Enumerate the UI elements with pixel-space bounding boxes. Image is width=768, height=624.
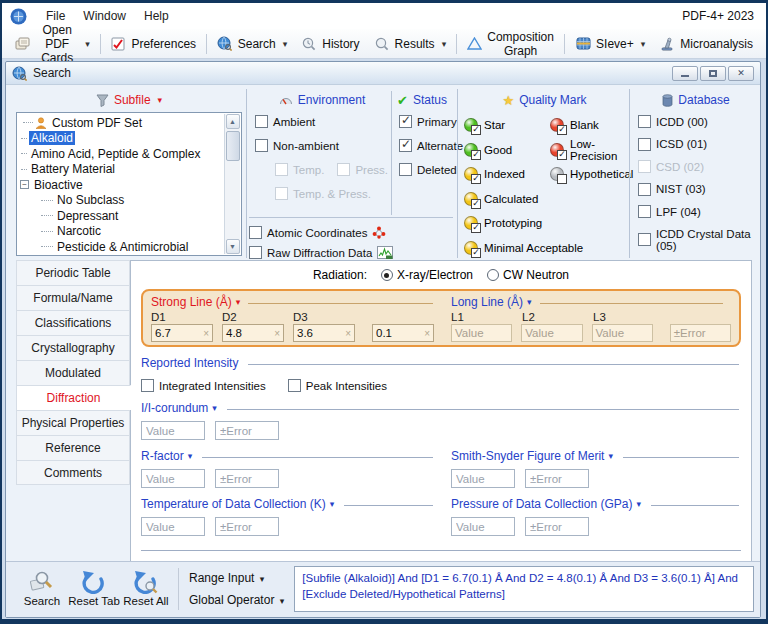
smith-snyder-header[interactable]: Smith-Snyder Figure of Merit ▾	[451, 449, 741, 463]
smith-snyder-error-input[interactable]	[525, 469, 589, 488]
tree-item-custom-pdf-set[interactable]: Custom PDF Set	[19, 115, 223, 131]
tree-item-no-subclass[interactable]: No Subclass	[19, 193, 223, 209]
reset-all-button[interactable]: Reset All	[120, 570, 172, 607]
clear-icon[interactable]: ×	[203, 328, 209, 339]
icdd-crystal-data-checkbox-row[interactable]: ICDD Crystal Data (05)	[638, 228, 756, 252]
quality-low-precision-row[interactable]: Low-Precision	[550, 138, 633, 163]
tab-crystallography[interactable]: Crystallography	[16, 335, 130, 360]
ambient-checkbox[interactable]	[255, 115, 268, 128]
tree-item-amino-acid[interactable]: Amino Acid, Peptide & Complex	[19, 146, 223, 162]
scroll-down-icon[interactable]: ▼	[226, 239, 240, 254]
temperature-header[interactable]: Temperature of Data Collection (K) ▾	[141, 497, 447, 511]
icsd-checkbox-row[interactable]: ICSD (01)	[638, 138, 756, 151]
i-i-corundum-value-input[interactable]	[141, 421, 205, 440]
alternate-checkbox[interactable]	[399, 139, 412, 152]
tree-scrollbar[interactable]: ▲ ▼	[224, 114, 240, 254]
global-operator-dropdown[interactable]: Global Operator ▾	[189, 593, 284, 607]
radio-xray-electron[interactable]: X-ray/Electron	[381, 268, 473, 282]
tab-formula-name[interactable]: Formula/Name	[16, 285, 130, 310]
composition-graph-button[interactable]: Composition Graph	[460, 26, 562, 62]
r-factor-header[interactable]: R-factor ▾	[141, 449, 447, 463]
range-input-dropdown[interactable]: Range Input ▾	[189, 571, 284, 585]
d1-input[interactable]: 6.7×	[151, 324, 213, 342]
non-ambient-checkbox-row[interactable]: Non-ambient	[255, 139, 391, 152]
deleted-checkbox-row[interactable]: Deleted	[399, 163, 457, 176]
integrated-intensities-checkbox[interactable]	[141, 379, 154, 392]
menu-help[interactable]: Help	[137, 6, 176, 26]
peak-intensities-checkbox[interactable]	[288, 379, 301, 392]
radio-cw-neutron[interactable]: CW Neutron	[487, 268, 569, 282]
clear-icon[interactable]: ×	[274, 328, 280, 339]
scrollbar-thumb[interactable]	[226, 131, 240, 161]
search-window-titlebar[interactable]: Search ✕	[6, 62, 760, 85]
strong-line-error-input[interactable]: 0.1×	[372, 324, 434, 342]
ambient-checkbox-row[interactable]: Ambient	[255, 115, 391, 128]
subfile-header[interactable]: Subfile ▾	[16, 91, 242, 109]
l3-input[interactable]: Value	[592, 324, 653, 342]
atomic-coordinates-row[interactable]: Atomic Coordinates	[249, 226, 457, 239]
atomic-coordinates-checkbox[interactable]	[249, 226, 262, 239]
icdd-checkbox[interactable]	[638, 115, 651, 128]
tab-physical-properties[interactable]: Physical Properties	[16, 410, 130, 435]
primary-checkbox-row[interactable]: Primary	[399, 115, 457, 128]
d2-input[interactable]: 4.8×	[222, 324, 284, 342]
integrated-intensities-row[interactable]: Integrated Intensities	[141, 379, 266, 392]
pressure-value-input[interactable]	[451, 517, 515, 536]
tree-item-battery-material[interactable]: Battery Material	[19, 162, 223, 178]
long-line-header[interactable]: Long Line (Å) ▾	[451, 295, 731, 309]
quality-blank-row[interactable]: Blank	[550, 113, 633, 138]
tab-reference[interactable]: Reference	[16, 435, 130, 460]
r-factor-value-input[interactable]	[141, 469, 205, 488]
quality-calculated-row[interactable]: Calculated	[464, 187, 633, 212]
maximize-button[interactable]	[700, 66, 726, 81]
temperature-error-input[interactable]	[215, 517, 279, 536]
l1-input[interactable]: Value	[451, 324, 512, 342]
pressure-header[interactable]: Pressure of Data Collection (GPa) ▾	[451, 497, 741, 511]
icsd-checkbox[interactable]	[638, 138, 651, 151]
icdd-crystal-data-checkbox[interactable]	[638, 233, 651, 246]
tab-diffraction[interactable]: Diffraction	[16, 385, 131, 410]
tree-item-narcotic[interactable]: Narcotic	[19, 224, 223, 240]
temperature-value-input[interactable]	[141, 517, 205, 536]
peak-intensities-row[interactable]: Peak Intensities	[288, 379, 387, 392]
long-line-error-input[interactable]: ±Error	[670, 324, 731, 342]
tab-classifications[interactable]: Classifications	[16, 310, 130, 335]
primary-checkbox[interactable]	[399, 115, 412, 128]
microanalysis-button[interactable]: Microanalysis	[652, 32, 760, 56]
icdd-checkbox-row[interactable]: ICDD (00)	[638, 115, 756, 128]
alternate-checkbox-row[interactable]: Alternate	[399, 139, 457, 152]
tab-periodic-table[interactable]: Periodic Table	[16, 260, 130, 285]
raw-diffraction-row[interactable]: Raw Diffraction Data	[249, 246, 457, 259]
search-button[interactable]: Search ▾	[210, 32, 295, 56]
clear-icon[interactable]: ×	[345, 328, 351, 339]
tree-item-depressant[interactable]: Depressant	[19, 208, 223, 224]
clear-icon[interactable]: ×	[424, 328, 430, 339]
quality-indexed-row[interactable]: Indexed	[464, 162, 550, 187]
tab-comments[interactable]: Comments	[16, 460, 130, 485]
r-factor-error-input[interactable]	[215, 469, 279, 488]
nist-checkbox[interactable]	[638, 183, 651, 196]
sieve-button[interactable]: SIeve+ ▾	[568, 32, 652, 56]
quality-good-row[interactable]: Good	[464, 138, 550, 163]
lpf-checkbox[interactable]	[638, 205, 651, 218]
nist-checkbox-row[interactable]: NIST (03)	[638, 183, 756, 196]
query-preview-box[interactable]: [Subfile (Alkaloid)] And [D1 = 6.7(0.1) …	[294, 566, 754, 612]
quality-hypothetical-row[interactable]: Hypothetical	[550, 162, 633, 187]
non-ambient-checkbox[interactable]	[255, 139, 268, 152]
minimize-button[interactable]	[672, 66, 698, 81]
smith-snyder-value-input[interactable]	[451, 469, 515, 488]
tree-collapse-icon[interactable]: −	[20, 180, 29, 189]
tree-item-bioactive[interactable]: − Bioactive	[19, 177, 223, 193]
tab-modulated[interactable]: Modulated	[16, 360, 130, 385]
l2-input[interactable]: Value	[521, 324, 582, 342]
tree-item-alkaloid[interactable]: Alkaloid	[19, 131, 223, 147]
search-action-button[interactable]: Search	[16, 570, 68, 607]
close-button[interactable]: ✕	[728, 66, 754, 81]
preferences-button[interactable]: Preferences	[103, 32, 203, 56]
reset-tab-button[interactable]: Reset Tab	[68, 570, 120, 607]
pressure-error-input[interactable]	[525, 517, 589, 536]
quality-prototyping-row[interactable]: Prototyping	[464, 211, 633, 236]
i-i-corundum-error-input[interactable]	[215, 421, 279, 440]
deleted-checkbox[interactable]	[399, 163, 412, 176]
d3-input[interactable]: 3.6×	[293, 324, 355, 342]
